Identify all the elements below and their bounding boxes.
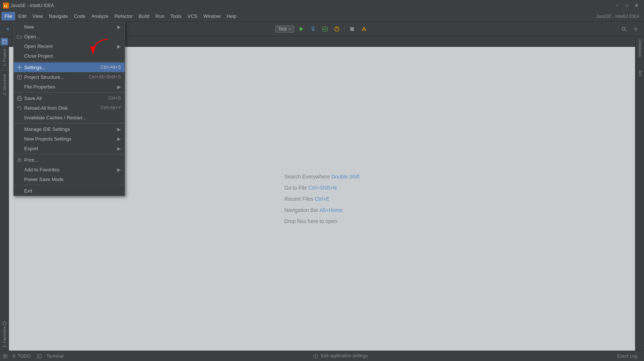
search-everywhere-button[interactable] — [619, 24, 629, 34]
svg-marker-28 — [17, 107, 19, 108]
open-recent-arrow-icon: ▶ — [117, 43, 121, 49]
svg-line-11 — [625, 30, 626, 31]
structure-tab-label[interactable]: Z: Structure — [1, 72, 8, 97]
event-log-tab[interactable]: Event Log — [614, 353, 641, 360]
menu-add-favorites[interactable]: Add to Favorites ▶ — [14, 165, 125, 174]
back-button[interactable] — [3, 24, 13, 34]
svg-point-10 — [622, 27, 625, 30]
menu-navigate[interactable]: Navigate — [46, 12, 71, 20]
new-icon — [16, 23, 23, 30]
app-icon: IJ — [3, 3, 9, 9]
profile-button[interactable] — [332, 24, 342, 34]
open-recent-icon — [16, 43, 23, 49]
settings-toolbar-button[interactable] — [631, 24, 641, 34]
maximize-button[interactable]: □ — [622, 2, 631, 9]
menu-refactor[interactable]: Refactor — [112, 12, 136, 20]
drop-hint: Drop files here to open — [284, 218, 337, 224]
menu-power-save[interactable]: Power Save Mode — [14, 174, 125, 184]
debug-button[interactable] — [308, 24, 318, 34]
menu-build[interactable]: Build — [136, 12, 152, 20]
file-properties-icon — [16, 83, 23, 90]
terminal-tab[interactable]: Terminal — [37, 353, 67, 360]
edit-status-text: Edit application settings — [321, 353, 368, 358]
menu-new-projects[interactable]: New Projects Settings ▶ — [14, 134, 125, 144]
coverage-button[interactable] — [320, 24, 330, 34]
save-all-shortcut: Ctrl+S — [108, 96, 121, 101]
svg-point-39 — [315, 357, 316, 358]
project-structure-icon — [16, 74, 23, 80]
favorites-panel-tab[interactable]: 2: Favorites — [0, 320, 9, 351]
new-projects-arrow-icon: ▶ — [117, 136, 121, 142]
menu-tools[interactable]: Tools — [167, 12, 184, 20]
nav-hint: Navigation Bar Alt+Home — [284, 207, 343, 213]
todo-tab[interactable]: 6: TODO — [3, 353, 34, 360]
project-structure-shortcut: Ctrl+Alt+Shift+S — [89, 74, 121, 80]
project-tab-label[interactable]: 1: Project — [1, 47, 8, 68]
separator-4 — [14, 154, 125, 154]
menu-open[interactable]: Open... — [14, 32, 125, 41]
menu-project-structure[interactable]: Project Structure... Ctrl+Alt+Shift+S — [14, 72, 125, 82]
menu-manage-ide[interactable]: Manage IDE Settings ▶ — [14, 124, 125, 134]
new-arrow-icon: ▶ — [117, 24, 121, 30]
menu-window[interactable]: Window — [200, 12, 223, 20]
svg-marker-2 — [300, 27, 303, 31]
settings-shortcut: Ctrl+Alt+S — [100, 65, 121, 70]
menu-help[interactable]: Help — [223, 12, 239, 20]
run-button[interactable] — [296, 24, 306, 34]
event-log-label: Event Log — [614, 353, 641, 360]
project-panel-icon[interactable] — [1, 38, 8, 45]
terminal-label: Terminal — [43, 353, 67, 360]
todo-label: 6: TODO — [9, 353, 34, 360]
status-text: Edit application settings — [313, 353, 368, 359]
separator-1 — [14, 61, 125, 62]
file-dropdown-menu: New ▶ Open... Open Recent ▶ Close Projec… — [13, 22, 125, 196]
menu-vcs[interactable]: VCS — [184, 12, 200, 20]
power-save-icon — [16, 176, 23, 183]
menu-view[interactable]: View — [29, 12, 46, 20]
menu-edit[interactable]: Edit — [15, 12, 29, 20]
menu-analyze[interactable]: Analyze — [88, 12, 112, 20]
menu-save-all[interactable]: Save All Ctrl+S — [14, 93, 125, 103]
open-icon — [16, 33, 23, 40]
menu-code[interactable]: Code — [71, 12, 88, 20]
bottom-bar: 6: TODO Terminal Edit application settin… — [0, 351, 644, 361]
separator-5 — [14, 185, 125, 185]
svg-marker-40 — [2, 321, 7, 325]
menu-exit[interactable]: Exit — [14, 186, 125, 196]
svg-rect-8 — [350, 27, 354, 31]
menu-file[interactable]: File — [1, 12, 15, 20]
menu-run[interactable]: Run — [152, 12, 167, 20]
hints-panel: Search Everywhere Double Shift Go to Fil… — [284, 174, 360, 224]
print-icon — [16, 157, 23, 163]
menu-invalidate[interactable]: Invalidate Caches / Restart... — [14, 113, 125, 122]
export-icon — [16, 145, 23, 152]
stop-button[interactable] — [347, 24, 357, 34]
separator-2 — [14, 92, 125, 93]
menu-print[interactable]: Print... — [14, 155, 125, 165]
svg-point-3 — [312, 27, 314, 29]
reload-shortcut: Ctrl+Alt+Y — [100, 105, 121, 110]
project-title-bar: JavaSE - IntelliJ IDEA — [596, 14, 643, 19]
menu-open-recent[interactable]: Open Recent ▶ — [14, 41, 125, 51]
run-config-selector[interactable]: Test — [275, 25, 294, 33]
database-tab-label[interactable]: Database — [635, 36, 644, 60]
menu-new[interactable]: New ▶ — [14, 22, 125, 32]
new-projects-icon — [16, 135, 23, 142]
window-controls[interactable]: − □ ✕ — [613, 2, 641, 9]
menu-close-project[interactable]: Close Project — [14, 51, 125, 61]
build-button[interactable] — [359, 24, 369, 34]
menu-settings[interactable]: Settings... Ctrl+Alt+S — [14, 62, 125, 72]
goto-hint: Go to File Ctrl+Shift+N — [284, 185, 337, 191]
save-icon — [16, 95, 23, 101]
exit-icon — [16, 187, 23, 194]
settings-label: Settings... — [24, 65, 46, 70]
close-button[interactable]: ✕ — [632, 2, 641, 9]
minimize-button[interactable]: − — [613, 2, 622, 9]
ant-tab-label[interactable]: Ant — [635, 67, 644, 80]
menu-file-properties[interactable]: File Properties ▶ — [14, 82, 125, 91]
svg-rect-26 — [18, 96, 20, 98]
settings-icon — [16, 64, 23, 71]
svg-rect-27 — [18, 99, 21, 100]
menu-export[interactable]: Export ▶ — [14, 144, 125, 153]
menu-reload[interactable]: Reload All from Disk Ctrl+Alt+Y — [14, 103, 125, 113]
